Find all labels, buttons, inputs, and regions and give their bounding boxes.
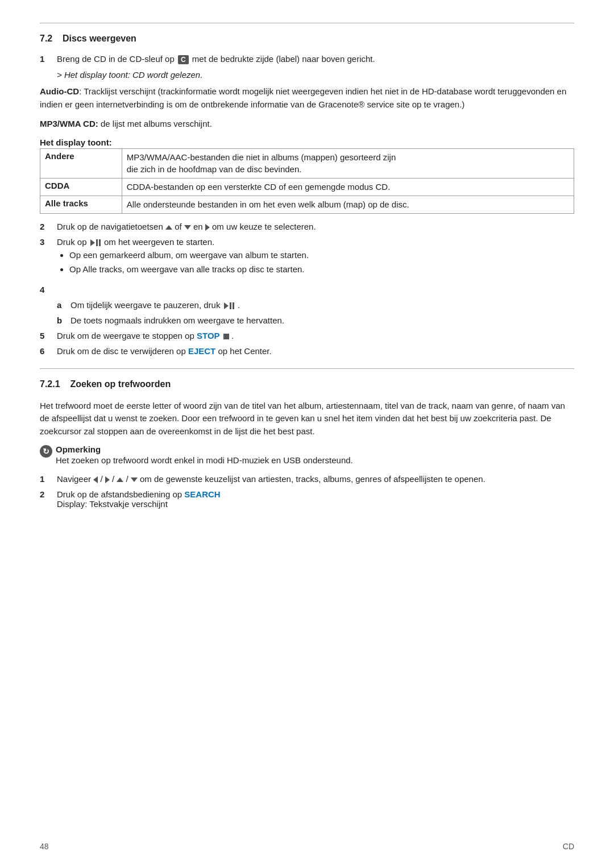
footer-label: CD	[563, 842, 574, 851]
step-3-text2: om het weergeven te starten.	[104, 237, 214, 247]
step-4a-label: a	[57, 300, 70, 310]
note-icon: ↻	[40, 445, 52, 458]
display-table: Andere MP3/WMA/AAC-bestanden die niet in…	[40, 148, 574, 214]
slash-2: /	[112, 474, 117, 484]
step-6: 6 Druk om de disc te verwijderen op EJEC…	[40, 346, 574, 356]
step-3-bullets: Op een gemarkeerd album, om weergave van…	[69, 249, 574, 276]
step-4a: a Om tijdelijk weergave te pauzeren, dru…	[57, 300, 574, 310]
slash-1: /	[100, 474, 105, 484]
top-rule	[40, 23, 574, 23]
step-4a-content: Om tijdelijk weergave te pauzeren, druk …	[70, 300, 240, 310]
table-row: Andere MP3/WMA/AAC-bestanden die niet in…	[40, 148, 574, 178]
table-cell-andere-desc: MP3/WMA/AAC-bestanden die niet in albums…	[122, 148, 574, 178]
step-1-content: Breng de CD in de CD-sleuf op C met de b…	[57, 54, 574, 64]
list-item: Op een gemarkeerd album, om weergave van…	[69, 249, 574, 262]
step-4b: b De toets nogmaals indrukken om weergav…	[57, 315, 574, 325]
mp3-para: MP3/WMA CD: de lijst met albums verschij…	[40, 118, 574, 131]
section-step-2-content: Druk op de afstandsbediening op SEARCH D…	[57, 489, 574, 509]
eject-label: EJECT	[188, 346, 215, 356]
section-step-2: 2 Druk op de afstandsbediening op SEARCH…	[40, 489, 574, 509]
audio-cd-para: Audio-CD: Tracklijst verschijnt (trackin…	[40, 85, 574, 111]
nav-right-icon	[205, 224, 210, 231]
step-4b-content: De toets nogmaals indrukken om weergave …	[70, 315, 284, 325]
step-2-num: 2	[40, 222, 57, 231]
section-title-text: Discs weergeven	[63, 34, 136, 43]
step-4a-text: Om tijdelijk weergave te pauzeren, druk	[70, 300, 223, 310]
keyword-para: Het trefwoord moet de eerste letter of w…	[40, 400, 574, 438]
cd-slot-icon: C	[178, 55, 189, 64]
step-6-num: 6	[40, 346, 57, 356]
table-cell-alltracks-desc: Alle ondersteunde bestanden in om het ev…	[122, 196, 574, 213]
slash-3: /	[126, 474, 130, 484]
section-step-2-subtext: Display: Tekstvakje verschijnt	[57, 499, 168, 509]
step-4b-text: De toets nogmaals indrukken om weergave …	[70, 315, 284, 325]
step-2-text: Druk op de navigatietoetsen	[57, 222, 165, 231]
note-title: Opmerking	[56, 445, 101, 454]
table-cell-alltracks: Alle tracks	[40, 196, 122, 213]
step-3-num: 3	[40, 237, 57, 247]
step-1-note: > Het display toont: CD wordt gelezen.	[57, 70, 574, 80]
step-3: 3 Druk op om het weergeven te starten. O…	[40, 237, 574, 278]
step-5: 5 Druk om de weergave te stoppen op STOP…	[40, 331, 574, 340]
nav-left-icon	[93, 476, 98, 483]
table-cell-andere: Andere	[40, 148, 122, 178]
section-step-1: 1 Navigeer / / / om de gewenste keuzelij…	[40, 474, 574, 484]
step-1: 1 Breng de CD in de CD-sleuf op C met de…	[40, 54, 574, 64]
step-1-num: 1	[40, 54, 57, 64]
stop-square-icon	[223, 334, 229, 339]
table-cell-cdda: CDDA	[40, 178, 122, 196]
section-7-2-1-number: 7.2.1	[40, 379, 60, 389]
step-6-text2: op het Center.	[218, 346, 271, 356]
step-2-content: Druk op de navigatietoetsen of en om uw …	[57, 222, 574, 231]
play-pause-icon	[90, 239, 101, 246]
section-7-2-title: 7.2 Discs weergeven	[40, 34, 574, 44]
step-5-content: Druk om de weergave te stoppen op STOP .	[57, 331, 574, 340]
step-2-of: of	[175, 222, 184, 231]
note-text: Het zoeken op trefwoord wordt enkel in m…	[56, 455, 353, 465]
section-step-2-text: Druk op de afstandsbediening op	[57, 489, 184, 499]
footer: 48 CD	[40, 842, 574, 851]
table-row: Alle tracks Alle ondersteunde bestanden …	[40, 196, 574, 213]
nav-up-icon-2	[117, 477, 123, 482]
table-row: CDDA CDDA-bestanden op een versterkte CD…	[40, 178, 574, 196]
step-2-text2: om uw keuze te selecteren.	[212, 222, 316, 231]
step-1-text: Breng de CD in de CD-sleuf op	[57, 54, 175, 64]
step-5-num: 5	[40, 331, 57, 340]
section-7-2-1-title: 7.2.1 Zoeken op trefwoorden	[40, 379, 574, 389]
step-3-text: Druk op	[57, 237, 89, 247]
table-cell-cdda-desc: CDDA-bestanden op een versterkte CD of e…	[122, 178, 574, 196]
step-3-content: Druk op om het weergeven te starten. Op …	[57, 237, 574, 278]
step-2: 2 Druk op de navigatietoetsen of en om u…	[40, 222, 574, 231]
step-4a-text2: .	[238, 300, 240, 310]
nav-down-icon-2	[131, 477, 138, 482]
step-4: 4	[40, 285, 574, 294]
stop-label: STOP	[197, 331, 220, 340]
audio-cd-label: Audio-CD	[40, 86, 79, 96]
section-number: 7.2	[40, 34, 52, 43]
section-step-1-text: Navigeer	[57, 474, 93, 484]
page-number: 48	[40, 842, 49, 851]
nav-up-icon	[165, 225, 172, 230]
display-toont-label: Het display toont:	[40, 138, 574, 147]
section-step-1-content: Navigeer / / / om de gewenste keuzelijst…	[57, 474, 574, 484]
step-4-num: 4	[40, 285, 57, 294]
step-6-text: Druk om de disc te verwijderen op	[57, 346, 188, 356]
step-2-en: en	[193, 222, 205, 231]
mid-rule	[40, 368, 574, 369]
step-4b-label: b	[57, 315, 70, 325]
step-6-content: Druk om de disc te verwijderen op EJECT …	[57, 346, 574, 356]
list-item: Op Alle tracks, om weergave van alle tra…	[69, 263, 574, 276]
section-step-1-text5: om de gewenste keuzelijst van artiesten,…	[140, 474, 486, 484]
mp3-label: MP3/WMA CD:	[40, 119, 98, 128]
note-content: Opmerking Het zoeken op trefwoord wordt …	[56, 445, 353, 467]
nav-right-icon-2	[105, 476, 110, 483]
note-box: ↻ Opmerking Het zoeken op trefwoord word…	[40, 445, 574, 467]
section-step-1-num: 1	[40, 474, 57, 484]
section-step-2-num: 2	[40, 489, 57, 499]
step-1-text2: met de bedrukte zijde (label) naar boven…	[192, 54, 375, 64]
display-toont-section: Het display toont: Andere MP3/WMA/AAC-be…	[40, 138, 574, 214]
step-5-text2: .	[231, 331, 234, 340]
nav-down-icon	[184, 225, 191, 230]
step-5-text: Druk om de weergave te stoppen op	[57, 331, 197, 340]
search-label: SEARCH	[184, 489, 220, 499]
